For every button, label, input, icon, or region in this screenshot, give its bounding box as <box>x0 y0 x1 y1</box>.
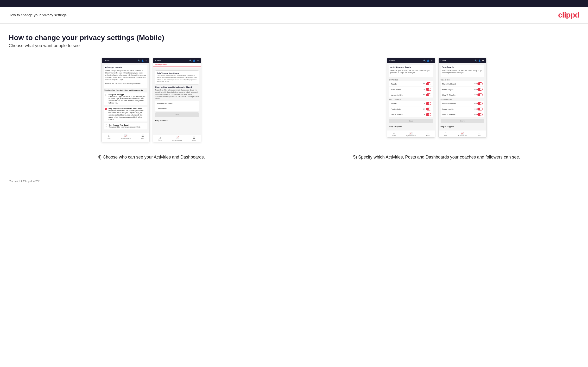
option-approved[interactable]: Only Approved Followers and Your Coach O… <box>104 107 147 122</box>
toggle-followers-what-to-work: What To Work On ON <box>441 112 484 117</box>
search-icon-4[interactable]: 🔍 <box>475 59 477 62</box>
settings-icon-4[interactable]: ⚙ <box>482 59 484 62</box>
settings-icon-1[interactable]: ⚙ <box>145 59 147 62</box>
nav-menu-4[interactable]: ☰ Menu <box>478 132 481 136</box>
mob-header-icons-2: 🔍 👤 ⚙ <box>189 59 199 62</box>
nav-menu-3[interactable]: ☰ Menu <box>426 132 430 136</box>
nav-menu-label-1: Menu <box>141 138 144 139</box>
mob-back-4[interactable]: ‹ Back <box>441 59 446 62</box>
toggle-followers-player-switch[interactable] <box>477 102 483 105</box>
settings-icon-3[interactable]: ⚙ <box>431 59 433 62</box>
option-only-you[interactable]: Only You and Your Coach Only you and the… <box>104 123 147 129</box>
option-everyone[interactable]: Everyone on Clippd Everyone on Clippd ca… <box>104 92 147 105</box>
radio-everyone[interactable] <box>105 94 107 96</box>
caption-area: 4) Choose who can see your Activities an… <box>9 149 579 160</box>
privacy-controls-title-1: Privacy Controls <box>105 66 146 69</box>
toggle-followers-manual-switch[interactable] <box>426 113 431 116</box>
option-everyone-text: Everyone on Clippd Everyone on Clippd ca… <box>108 94 146 104</box>
toggle-coaches-player-switch[interactable] <box>477 82 483 85</box>
toggle-coaches-manual-control: ON <box>423 93 431 96</box>
nav-menu-1[interactable]: ☰ Menu <box>141 134 144 139</box>
toggle-followers-drills: Practice Drills ON <box>389 106 433 112</box>
mob-header-4: ‹ Back 🔍 👤 ⚙ <box>439 58 486 63</box>
toggle-followers-drills-switch[interactable] <box>426 108 431 110</box>
activities-posts-screen-text: Select the types of activity that you'd … <box>390 69 432 74</box>
activities-posts-label: Activities and Posts <box>157 103 173 105</box>
privacy-body2-1: However you can control who can see your… <box>105 82 146 84</box>
mob-bottom-nav-4: ⌂ Home 📈 My Performance ☰ Menu <box>439 130 486 137</box>
home-icon-2: ⌂ <box>159 136 161 139</box>
back-label-2: Back <box>156 59 161 62</box>
nav-home-3[interactable]: ⌂ Home <box>392 132 396 136</box>
menu-dashboards[interactable]: Dashboards › <box>155 106 199 111</box>
search-icon-3[interactable]: 🔍 <box>423 59 426 62</box>
radio-only-you[interactable] <box>105 125 107 126</box>
menu-activities-posts[interactable]: Activities and Posts › <box>155 101 199 106</box>
toggle-followers-work-control: ON <box>475 113 483 116</box>
toggle-coaches-work-switch[interactable] <box>477 93 483 96</box>
person-icon-3[interactable]: 👤 <box>427 59 429 62</box>
nav-home-label-3: Home <box>392 135 396 136</box>
mobile-screen-2: ‹ Back 🔍 👤 ⚙ Privacy Controls <box>153 58 201 142</box>
nav-home-2[interactable]: ⌂ Home <box>158 136 162 141</box>
nav-menu-label-4: Menu <box>478 135 481 136</box>
coaches-rounds-label: Rounds <box>391 83 397 85</box>
mobile-screen-4: ‹ Back 🔍 👤 ⚙ Dashboards Select the dashb <box>438 58 486 138</box>
menu-icon-4: ☰ <box>478 132 481 135</box>
toggle-followers-rounds-switch[interactable] <box>426 102 431 105</box>
toggle-coaches-manual: Manual Activities ON <box>389 92 433 98</box>
nav-perf-label-3: My Performance <box>406 135 416 136</box>
toggle-followers-insights-switch[interactable] <box>477 108 483 110</box>
person-icon-4[interactable]: 👤 <box>478 59 481 62</box>
nav-performance-4[interactable]: 📈 My Performance <box>458 132 467 136</box>
toggle-coaches-manual-switch[interactable] <box>426 93 431 96</box>
mob-back-1[interactable]: ‹ Back <box>104 59 109 62</box>
toggle-coaches-insights-switch[interactable] <box>477 88 483 91</box>
search-icon-2[interactable]: 🔍 <box>189 59 192 62</box>
person-icon-2[interactable]: 👤 <box>193 59 195 62</box>
followers-player-dashboard-label: Player Dashboard <box>442 103 456 104</box>
nav-performance-1[interactable]: 📈 My Performance <box>121 134 130 139</box>
performance-icon-1: 📈 <box>124 134 128 137</box>
tab-privacy-2[interactable]: Privacy Controls <box>153 63 169 67</box>
followers-drills-label: Practice Drills <box>391 108 401 110</box>
toggle-coaches-round-insights: Round Insights ON <box>441 87 484 92</box>
person-icon-1[interactable]: 👤 <box>141 59 144 62</box>
copyright-text: Copyright Clippd 2022 <box>9 179 40 183</box>
page-content: How to change your privacy settings (Mob… <box>0 24 588 175</box>
chevron-back-icon-2: ‹ <box>155 59 156 62</box>
mob-back-2[interactable]: ‹ Back <box>155 59 161 62</box>
toggle-coaches-drills-switch[interactable] <box>426 88 431 91</box>
caption-right: 5) Specify which Activities, Posts and D… <box>294 154 579 160</box>
toggle-followers-work-switch[interactable] <box>477 113 483 116</box>
nav-menu-2[interactable]: ☰ Menu <box>192 136 196 141</box>
chevron-back-icon-3: ‹ <box>389 59 390 62</box>
nav-home-4[interactable]: ⌂ Home <box>444 132 447 136</box>
option-only-you-text: Only You and Your Coach Only you and the… <box>108 124 140 128</box>
caption-left-text: 4) Choose who can see your Activities an… <box>13 154 289 160</box>
followers-work-on-label: What To Work On <box>442 114 456 116</box>
save-button-4[interactable]: Save <box>441 119 484 123</box>
tooltip-only-you-coach: Only You and Your Coach Only you and the… <box>155 70 199 84</box>
mob-back-3[interactable]: ‹ Back <box>389 59 395 62</box>
toggle-coaches-rounds-switch[interactable] <box>426 82 431 85</box>
save-button-3[interactable]: Save <box>389 119 433 123</box>
radio-approved[interactable] <box>105 108 107 110</box>
toggle-followers-rounds: Rounds ON <box>389 101 433 106</box>
nav-home-label-1: Home <box>107 137 111 139</box>
help-support-label-2: Help & Support <box>155 118 199 122</box>
breadcrumb: How to change your privacy settings <box>9 13 67 17</box>
screenshot-group-right: ‹ Back 🔍 👤 ⚙ Activities and Posts Select <box>294 58 579 138</box>
nav-performance-2[interactable]: 📈 My Performance <box>173 136 182 141</box>
menu-icon-2: ☰ <box>193 136 195 139</box>
coaches-round-insights-label: Round Insights <box>442 89 454 90</box>
caption-right-text: 5) Specify which Activities, Posts and D… <box>299 154 575 160</box>
toggle-coaches-player-control: ON <box>475 82 483 85</box>
nav-home-label-2: Home <box>158 139 162 141</box>
settings-icon-2[interactable]: ⚙ <box>197 59 199 62</box>
nav-menu-label-3: Menu <box>426 135 430 136</box>
nav-performance-3[interactable]: 📈 My Performance <box>406 132 416 136</box>
save-button-2[interactable]: Save <box>155 112 199 117</box>
search-icon-1[interactable]: 🔍 <box>138 59 140 62</box>
nav-home-1[interactable]: ⌂ Home <box>107 134 111 139</box>
